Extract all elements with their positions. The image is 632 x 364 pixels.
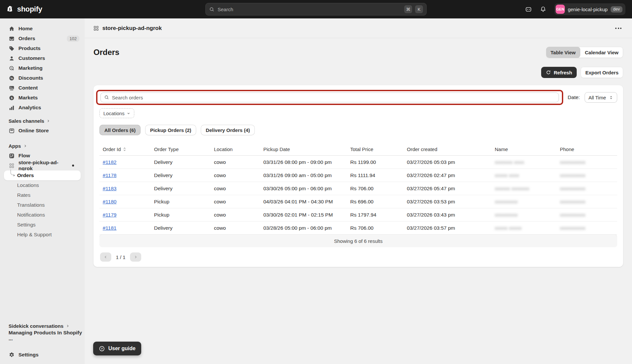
sidebar-item-content[interactable]: Content [0,83,85,93]
cell-customer-name-blurred: xxxxxxxxx [495,212,560,218]
next-page-button[interactable] [130,252,141,262]
sidebar-item-app-orders-selected[interactable]: Orders [4,170,81,180]
cell-total-price: Rs 706.00 [350,225,407,231]
sidebar-item-settings[interactable]: Settings [0,350,85,360]
section-label: Apps [9,143,21,149]
user-guide-button[interactable]: ? User guide [93,342,141,355]
order-search-input[interactable] [112,95,555,100]
table-row: #1179 Pickup cowo 03/30/26 02:01 PM - 02… [99,208,617,221]
sidebar-section-apps[interactable]: Apps [0,141,85,151]
column-header-order-id[interactable]: Order Id [103,146,154,152]
chevron-down-icon [127,112,130,115]
cell-order-created: 03/27/2026 03:53 pm [407,199,495,205]
results-text: Showing 6 of 6 results [334,238,383,244]
cell-order-type: Delivery [154,186,214,192]
order-id-link[interactable]: #1182 [103,159,117,165]
svg-text:?: ? [101,347,103,350]
table-row: #1178 Delivery cowo 03/31/26 09:00 am - … [99,169,617,182]
avatar: GEN [556,5,565,14]
column-header-total-price: Total Price [350,146,407,152]
sidebar-item-marketing[interactable]: Marketing [0,63,85,73]
cell-customer-name-blurred: xxxxx xxxx [495,172,560,178]
cell-order-created: 03/27/2026 05:03 pm [407,159,495,165]
sidebar-item-flow[interactable]: Flow [0,151,85,161]
global-search-bar[interactable]: ⌘ K [205,3,427,15]
tab-table-view[interactable]: Table View [546,47,580,58]
question-circle-icon: ? [99,346,105,352]
global-search-input[interactable] [218,7,401,12]
sidebar-item-label: Customers [18,55,45,61]
chevron-updown-icon [609,95,613,100]
sidebar-item-discounts[interactable]: % Discounts [0,73,85,83]
conversation-item[interactable]: Managing Products In Shopify ... [0,331,85,341]
locations-filter-button[interactable]: Locations [99,108,134,118]
chevron-right-icon [46,119,50,123]
order-id-link[interactable]: #1181 [103,225,117,231]
sidebar-item-label: Flow [18,153,30,159]
sidebar-item-label: Marketing [18,65,42,71]
notifications-bell-icon[interactable] [540,6,546,13]
tab-calendar-view[interactable]: Calendar View [580,47,623,58]
sidebar-item-products[interactable]: Products [0,43,85,53]
sidebar-item-app-notifications[interactable]: Notifications [0,210,85,220]
cell-customer-name-blurred: xxxxxxxxx [495,199,560,205]
sidebar-item-orders[interactable]: Orders 102 [0,34,85,43]
view-toggle: Table View Calendar View [546,47,623,58]
order-id-link[interactable]: #1180 [103,199,117,204]
previous-page-button[interactable] [100,252,111,262]
env-badge: dev [611,6,622,13]
sidebar-item-online-store[interactable]: Online Store [0,126,85,136]
sidebar-item-analytics[interactable]: Analytics [0,103,85,113]
filter-delivery-orders[interactable]: Delivery Orders (4) [201,125,255,135]
cell-total-price: Rs 696.00 [350,199,407,205]
table-row: #1182 Delivery cowo 03/31/26 08:00 pm - … [99,156,617,169]
table-row: #1181 Delivery cowo 03/28/26 05:00 pm - … [99,221,617,235]
sidebar-item-customers[interactable]: Customers [0,53,85,63]
sidebar-item-app-store-pickup[interactable]: store-pickup-ad-ngrok [0,161,85,170]
cell-order-type: Pickup [154,212,214,218]
marketing-icon [9,65,15,71]
sidebar-item-label: Orders [18,36,35,41]
sidebar-item-app-settings[interactable]: Settings [0,220,85,230]
order-id-link[interactable]: #1178 [103,172,117,178]
svg-text:$: $ [11,96,13,99]
sidebar-item-label: Markets [18,95,38,101]
user-guide-label: User guide [108,346,136,351]
sidebar-item-home[interactable]: Home [0,24,85,34]
order-search-field[interactable] [100,92,559,102]
cell-order-created: 03/27/2026 05:47 pm [407,186,495,192]
filter-all-orders[interactable]: All Orders (6) [99,125,141,135]
export-orders-button[interactable]: Export Orders [581,67,623,78]
date-range-select[interactable]: All Time [585,92,617,103]
more-options-icon[interactable] [613,26,623,31]
sidebar-item-app-help-support[interactable]: Help & Support [0,230,85,240]
order-id-link[interactable]: #1183 [103,186,117,191]
order-id-link[interactable]: #1179 [103,212,117,218]
sidekick-conversations-link[interactable]: Sidekick conversations [0,321,85,331]
sidekick-conversations-label: Sidekick conversations [9,323,64,329]
sidekick-icon[interactable] [525,6,532,13]
shopify-logo[interactable]: shopify [7,5,42,13]
table-header-row: Order Id Order Type Location Pickup Date… [99,143,617,156]
sidebar-item-app-translations[interactable]: Translations [0,200,85,210]
sidebar-item-app-rates[interactable]: Rates [0,190,85,200]
sidebar-section-sales-channels[interactable]: Sales channels [0,116,85,126]
cell-order-created: 03/27/2026 02:47 pm [407,172,495,178]
filter-pickup-orders[interactable]: Pickup Orders (2) [145,125,196,135]
user-menu[interactable]: GEN genie-local-pickup dev [554,3,625,15]
sidebar-item-label: store-pickup-ad-ngrok [18,160,68,171]
cell-pickup-date: 04/03/26 04:01 PM - 04:30 PM [263,199,350,205]
cell-customer-phone-blurred: xxxxxxxxxx [560,186,614,192]
cell-location: cowo [214,159,263,165]
refresh-button[interactable]: Refresh [541,67,577,78]
sidebar-item-markets[interactable]: $ Markets [0,93,85,103]
app-grid-icon [9,163,15,169]
sidebar-item-app-locations[interactable]: Locations [0,180,85,190]
page-indicator: 1 / 1 [116,254,125,260]
date-label: Date: [568,94,580,100]
section-label: Sales channels [9,118,44,124]
column-header-order-created: Order created [407,146,495,152]
customers-icon [9,55,15,62]
cell-order-type: Delivery [154,172,214,178]
online-store-icon [9,128,15,134]
